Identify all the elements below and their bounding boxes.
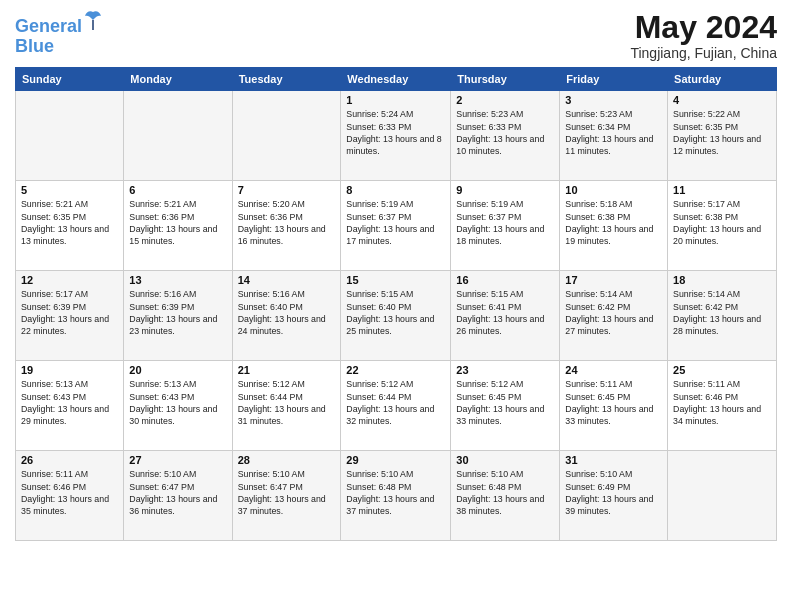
- calendar-cell: 26Sunrise: 5:11 AM Sunset: 6:46 PM Dayli…: [16, 451, 124, 541]
- day-number: 5: [21, 184, 118, 196]
- calendar-cell: 27Sunrise: 5:10 AM Sunset: 6:47 PM Dayli…: [124, 451, 232, 541]
- calendar-cell: 13Sunrise: 5:16 AM Sunset: 6:39 PM Dayli…: [124, 271, 232, 361]
- day-info: Sunrise: 5:11 AM Sunset: 6:45 PM Dayligh…: [565, 378, 662, 427]
- day-number: 30: [456, 454, 554, 466]
- day-number: 11: [673, 184, 771, 196]
- day-info: Sunrise: 5:12 AM Sunset: 6:44 PM Dayligh…: [238, 378, 336, 427]
- day-info: Sunrise: 5:24 AM Sunset: 6:33 PM Dayligh…: [346, 108, 445, 157]
- day-info: Sunrise: 5:16 AM Sunset: 6:40 PM Dayligh…: [238, 288, 336, 337]
- day-number: 20: [129, 364, 226, 376]
- day-number: 6: [129, 184, 226, 196]
- calendar-cell: 31Sunrise: 5:10 AM Sunset: 6:49 PM Dayli…: [560, 451, 668, 541]
- day-number: 8: [346, 184, 445, 196]
- calendar-cell: 15Sunrise: 5:15 AM Sunset: 6:40 PM Dayli…: [341, 271, 451, 361]
- weekday-tuesday: Tuesday: [232, 68, 341, 91]
- day-number: 26: [21, 454, 118, 466]
- day-info: Sunrise: 5:10 AM Sunset: 6:47 PM Dayligh…: [238, 468, 336, 517]
- day-number: 28: [238, 454, 336, 466]
- day-info: Sunrise: 5:17 AM Sunset: 6:39 PM Dayligh…: [21, 288, 118, 337]
- day-info: Sunrise: 5:14 AM Sunset: 6:42 PM Dayligh…: [673, 288, 771, 337]
- calendar-cell: 7Sunrise: 5:20 AM Sunset: 6:36 PM Daylig…: [232, 181, 341, 271]
- day-number: 18: [673, 274, 771, 286]
- title-block: May 2024 Tingjiang, Fujian, China: [630, 10, 777, 61]
- day-number: 16: [456, 274, 554, 286]
- week-row-0: 1Sunrise: 5:24 AM Sunset: 6:33 PM Daylig…: [16, 91, 777, 181]
- day-number: 4: [673, 94, 771, 106]
- calendar-cell: [668, 451, 777, 541]
- day-info: Sunrise: 5:21 AM Sunset: 6:36 PM Dayligh…: [129, 198, 226, 247]
- day-number: 15: [346, 274, 445, 286]
- calendar-cell: 28Sunrise: 5:10 AM Sunset: 6:47 PM Dayli…: [232, 451, 341, 541]
- day-number: 23: [456, 364, 554, 376]
- calendar-cell: 22Sunrise: 5:12 AM Sunset: 6:44 PM Dayli…: [341, 361, 451, 451]
- calendar-cell: [232, 91, 341, 181]
- calendar-cell: 10Sunrise: 5:18 AM Sunset: 6:38 PM Dayli…: [560, 181, 668, 271]
- day-number: 7: [238, 184, 336, 196]
- weekday-header-row: SundayMondayTuesdayWednesdayThursdayFrid…: [16, 68, 777, 91]
- calendar-cell: 14Sunrise: 5:16 AM Sunset: 6:40 PM Dayli…: [232, 271, 341, 361]
- day-number: 14: [238, 274, 336, 286]
- logo-text: General Blue: [15, 10, 102, 57]
- day-info: Sunrise: 5:17 AM Sunset: 6:38 PM Dayligh…: [673, 198, 771, 247]
- calendar-cell: 4Sunrise: 5:22 AM Sunset: 6:35 PM Daylig…: [668, 91, 777, 181]
- day-number: 17: [565, 274, 662, 286]
- day-number: 3: [565, 94, 662, 106]
- day-info: Sunrise: 5:20 AM Sunset: 6:36 PM Dayligh…: [238, 198, 336, 247]
- day-info: Sunrise: 5:19 AM Sunset: 6:37 PM Dayligh…: [346, 198, 445, 247]
- logo: General Blue: [15, 10, 102, 57]
- day-number: 29: [346, 454, 445, 466]
- calendar-cell: 24Sunrise: 5:11 AM Sunset: 6:45 PM Dayli…: [560, 361, 668, 451]
- calendar-table: SundayMondayTuesdayWednesdayThursdayFrid…: [15, 67, 777, 541]
- calendar-cell: 12Sunrise: 5:17 AM Sunset: 6:39 PM Dayli…: [16, 271, 124, 361]
- day-info: Sunrise: 5:14 AM Sunset: 6:42 PM Dayligh…: [565, 288, 662, 337]
- logo-general: General: [15, 16, 82, 36]
- day-info: Sunrise: 5:15 AM Sunset: 6:41 PM Dayligh…: [456, 288, 554, 337]
- calendar-cell: 5Sunrise: 5:21 AM Sunset: 6:35 PM Daylig…: [16, 181, 124, 271]
- week-row-3: 19Sunrise: 5:13 AM Sunset: 6:43 PM Dayli…: [16, 361, 777, 451]
- calendar-cell: 9Sunrise: 5:19 AM Sunset: 6:37 PM Daylig…: [451, 181, 560, 271]
- day-info: Sunrise: 5:12 AM Sunset: 6:45 PM Dayligh…: [456, 378, 554, 427]
- day-info: Sunrise: 5:10 AM Sunset: 6:49 PM Dayligh…: [565, 468, 662, 517]
- day-number: 12: [21, 274, 118, 286]
- week-row-1: 5Sunrise: 5:21 AM Sunset: 6:35 PM Daylig…: [16, 181, 777, 271]
- header: General Blue May 2024 Tingjiang, Fujian,…: [15, 10, 777, 61]
- weekday-wednesday: Wednesday: [341, 68, 451, 91]
- day-info: Sunrise: 5:23 AM Sunset: 6:34 PM Dayligh…: [565, 108, 662, 157]
- calendar-cell: 19Sunrise: 5:13 AM Sunset: 6:43 PM Dayli…: [16, 361, 124, 451]
- page: General Blue May 2024 Tingjiang, Fujian,…: [0, 0, 792, 612]
- calendar-cell: 2Sunrise: 5:23 AM Sunset: 6:33 PM Daylig…: [451, 91, 560, 181]
- day-number: 22: [346, 364, 445, 376]
- day-info: Sunrise: 5:18 AM Sunset: 6:38 PM Dayligh…: [565, 198, 662, 247]
- calendar-cell: 29Sunrise: 5:10 AM Sunset: 6:48 PM Dayli…: [341, 451, 451, 541]
- day-number: 2: [456, 94, 554, 106]
- day-info: Sunrise: 5:22 AM Sunset: 6:35 PM Dayligh…: [673, 108, 771, 157]
- weekday-sunday: Sunday: [16, 68, 124, 91]
- weekday-thursday: Thursday: [451, 68, 560, 91]
- day-number: 9: [456, 184, 554, 196]
- calendar-cell: 23Sunrise: 5:12 AM Sunset: 6:45 PM Dayli…: [451, 361, 560, 451]
- day-info: Sunrise: 5:19 AM Sunset: 6:37 PM Dayligh…: [456, 198, 554, 247]
- calendar-cell: 16Sunrise: 5:15 AM Sunset: 6:41 PM Dayli…: [451, 271, 560, 361]
- location: Tingjiang, Fujian, China: [630, 45, 777, 61]
- calendar-cell: 20Sunrise: 5:13 AM Sunset: 6:43 PM Dayli…: [124, 361, 232, 451]
- month-year: May 2024: [630, 10, 777, 45]
- week-row-4: 26Sunrise: 5:11 AM Sunset: 6:46 PM Dayli…: [16, 451, 777, 541]
- day-number: 24: [565, 364, 662, 376]
- calendar-cell: 8Sunrise: 5:19 AM Sunset: 6:37 PM Daylig…: [341, 181, 451, 271]
- weekday-monday: Monday: [124, 68, 232, 91]
- day-info: Sunrise: 5:21 AM Sunset: 6:35 PM Dayligh…: [21, 198, 118, 247]
- day-info: Sunrise: 5:10 AM Sunset: 6:48 PM Dayligh…: [456, 468, 554, 517]
- day-info: Sunrise: 5:13 AM Sunset: 6:43 PM Dayligh…: [21, 378, 118, 427]
- day-number: 25: [673, 364, 771, 376]
- weekday-friday: Friday: [560, 68, 668, 91]
- calendar-cell: 30Sunrise: 5:10 AM Sunset: 6:48 PM Dayli…: [451, 451, 560, 541]
- day-info: Sunrise: 5:16 AM Sunset: 6:39 PM Dayligh…: [129, 288, 226, 337]
- calendar-cell: 1Sunrise: 5:24 AM Sunset: 6:33 PM Daylig…: [341, 91, 451, 181]
- calendar-cell: 21Sunrise: 5:12 AM Sunset: 6:44 PM Dayli…: [232, 361, 341, 451]
- day-info: Sunrise: 5:23 AM Sunset: 6:33 PM Dayligh…: [456, 108, 554, 157]
- calendar-cell: 17Sunrise: 5:14 AM Sunset: 6:42 PM Dayli…: [560, 271, 668, 361]
- day-number: 13: [129, 274, 226, 286]
- calendar-cell: 18Sunrise: 5:14 AM Sunset: 6:42 PM Dayli…: [668, 271, 777, 361]
- calendar-cell: 3Sunrise: 5:23 AM Sunset: 6:34 PM Daylig…: [560, 91, 668, 181]
- day-number: 31: [565, 454, 662, 466]
